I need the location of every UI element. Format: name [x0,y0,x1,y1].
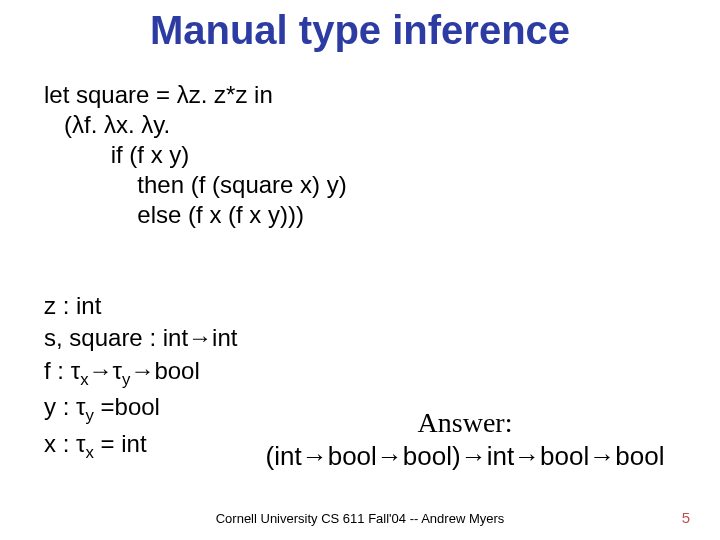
answer-block: Answer: (int→bool→bool)→int→bool→bool [220,405,710,473]
code-line-3: if (f x y) [44,141,189,168]
answer-label: Answer: [220,405,710,440]
code-block: let square = λz. z*z in (λf. λx. λy. if … [44,80,347,230]
answer-body: (int→bool→bool)→int→bool→bool [220,440,710,473]
types-line-1: z : int [44,292,101,319]
code-line-4: then (f (square x) y) [44,171,347,198]
code-line-5: else (f x (f x y))) [44,201,304,228]
types-line-5: x : τx = int [44,430,147,457]
code-line-2: (λf. λx. λy. [44,111,170,138]
types-line-3: f : τx→τy→bool [44,357,200,384]
types-line-2: s, square : int→int [44,324,237,351]
slide-title: Manual type inference [0,8,720,53]
footer-text: Cornell University CS 611 Fall'04 -- And… [0,511,720,526]
page-number: 5 [682,509,690,526]
types-line-4: y : τy =bool [44,393,160,420]
code-line-1: let square = λz. z*z in [44,81,273,108]
types-block: z : int s, square : int→int f : τx→τy→bo… [44,290,237,464]
